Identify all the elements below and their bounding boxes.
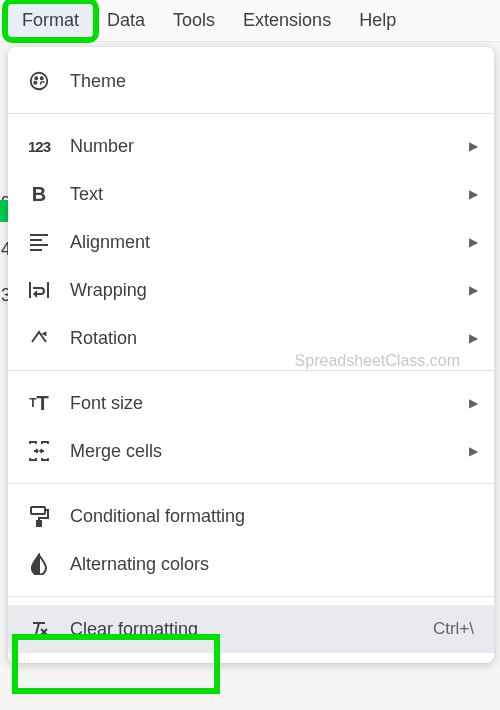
menu-label: Font size	[70, 393, 469, 414]
svg-point-3	[34, 82, 36, 84]
divider	[8, 370, 494, 371]
menu-label: Clear formatting	[70, 619, 433, 640]
chevron-right-icon: ▶	[469, 139, 478, 153]
menu-item-merge-cells[interactable]: Merge cells ▶	[8, 427, 494, 475]
menu-label: Alignment	[70, 232, 469, 253]
menu-item-wrapping[interactable]: Wrapping ▶	[8, 266, 494, 314]
chevron-right-icon: ▶	[469, 235, 478, 249]
menu-item-theme[interactable]: Theme	[8, 57, 494, 105]
svg-point-0	[31, 73, 48, 90]
menu-item-alignment[interactable]: Alignment ▶	[8, 218, 494, 266]
menu-label: Text	[70, 184, 469, 205]
align-icon	[26, 229, 52, 255]
menu-label: Theme	[70, 71, 478, 92]
menu-label: Conditional formatting	[70, 506, 478, 527]
menu-format[interactable]: Format	[8, 4, 93, 37]
svg-point-1	[35, 77, 37, 79]
menu-label: Number	[70, 136, 469, 157]
selected-cell-edge	[0, 200, 8, 222]
divider	[8, 596, 494, 597]
menu-item-font-size[interactable]: TT Font size ▶	[8, 379, 494, 427]
keyboard-shortcut: Ctrl+\	[433, 619, 474, 639]
bold-icon: B	[26, 181, 52, 207]
clear-format-icon	[26, 616, 52, 642]
menu-tools[interactable]: Tools	[159, 4, 229, 37]
menu-label: Merge cells	[70, 441, 469, 462]
menu-item-clear-formatting[interactable]: Clear formatting Ctrl+\	[8, 605, 494, 653]
svg-rect-10	[31, 507, 45, 514]
menu-item-text[interactable]: B Text ▶	[8, 170, 494, 218]
menu-label: Wrapping	[70, 280, 469, 301]
font-size-icon: TT	[26, 390, 52, 416]
divider	[8, 113, 494, 114]
chevron-right-icon: ▶	[469, 283, 478, 297]
number-icon: 123	[26, 133, 52, 159]
chevron-right-icon: ▶	[469, 331, 478, 345]
menu-item-rotation[interactable]: Rotation ▶	[8, 314, 494, 362]
divider	[8, 483, 494, 484]
chevron-right-icon: ▶	[469, 187, 478, 201]
menu-item-alternating-colors[interactable]: Alternating colors	[8, 540, 494, 588]
menubar: Format Data Tools Extensions Help	[0, 0, 500, 42]
merge-icon	[26, 438, 52, 464]
wrap-icon	[26, 277, 52, 303]
svg-point-2	[41, 77, 43, 79]
svg-rect-11	[37, 521, 41, 526]
format-dropdown: Theme 123 Number ▶ B Text ▶ Alignment ▶ …	[8, 47, 494, 663]
droplet-icon	[26, 551, 52, 577]
rotation-icon	[26, 325, 52, 351]
paint-roller-icon	[26, 503, 52, 529]
chevron-right-icon: ▶	[469, 396, 478, 410]
menu-label: Alternating colors	[70, 554, 478, 575]
menu-data[interactable]: Data	[93, 4, 159, 37]
palette-icon	[26, 68, 52, 94]
menu-help[interactable]: Help	[345, 4, 410, 37]
menu-item-conditional-formatting[interactable]: Conditional formatting	[8, 492, 494, 540]
chevron-right-icon: ▶	[469, 444, 478, 458]
menu-label: Rotation	[70, 328, 469, 349]
menu-item-number[interactable]: 123 Number ▶	[8, 122, 494, 170]
menu-extensions[interactable]: Extensions	[229, 4, 345, 37]
